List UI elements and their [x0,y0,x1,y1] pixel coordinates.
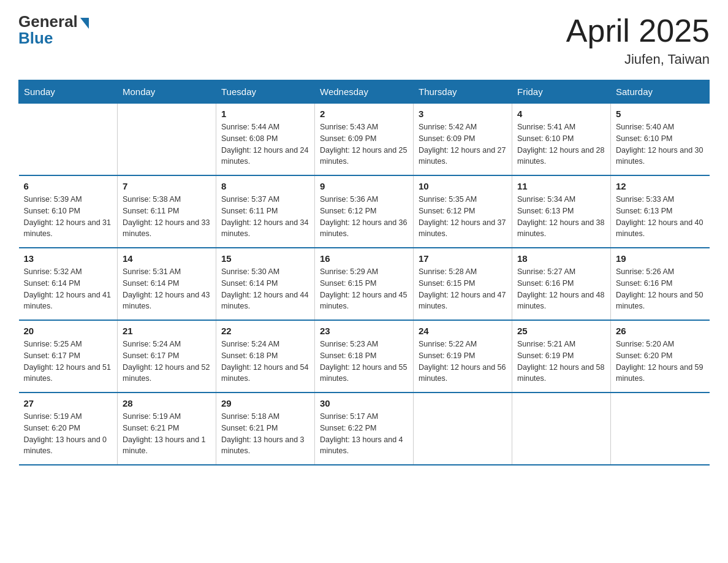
day-number: 9 [320,181,408,191]
day-number: 22 [221,326,309,336]
day-number: 18 [517,253,605,264]
day-info: Sunrise: 5:31 AM Sunset: 6:14 PM Dayligh… [123,266,211,312]
day-info: Sunrise: 5:19 AM Sunset: 6:21 PM Dayligh… [123,411,211,457]
calendar-week-row: 6Sunrise: 5:39 AM Sunset: 6:10 PM Daylig… [19,175,710,248]
calendar-cell: 18Sunrise: 5:27 AM Sunset: 6:16 PM Dayli… [512,248,611,320]
day-info: Sunrise: 5:20 AM Sunset: 6:20 PM Dayligh… [616,339,705,385]
calendar-week-row: 27Sunrise: 5:19 AM Sunset: 6:20 PM Dayli… [19,393,710,465]
day-number: 28 [123,398,211,408]
calendar-cell [19,104,118,176]
day-info: Sunrise: 5:39 AM Sunset: 6:10 PM Dayligh… [24,194,113,240]
calendar-cell: 28Sunrise: 5:19 AM Sunset: 6:21 PM Dayli… [118,393,216,465]
calendar-cell: 23Sunrise: 5:23 AM Sunset: 6:18 PM Dayli… [315,320,414,393]
day-info: Sunrise: 5:21 AM Sunset: 6:19 PM Dayligh… [517,339,605,385]
day-info: Sunrise: 5:34 AM Sunset: 6:13 PM Dayligh… [517,194,605,240]
calendar-cell: 16Sunrise: 5:29 AM Sunset: 6:15 PM Dayli… [315,248,414,320]
calendar-cell: 4Sunrise: 5:41 AM Sunset: 6:10 PM Daylig… [512,104,611,176]
calendar-cell: 3Sunrise: 5:42 AM Sunset: 6:09 PM Daylig… [414,104,512,176]
weekday-row: SundayMondayTuesdayWednesdayThursdayFrid… [19,80,710,104]
day-info: Sunrise: 5:43 AM Sunset: 6:09 PM Dayligh… [320,121,408,167]
calendar-table: SundayMondayTuesdayWednesdayThursdayFrid… [18,80,710,465]
day-info: Sunrise: 5:25 AM Sunset: 6:17 PM Dayligh… [24,339,113,385]
day-number: 7 [123,181,211,191]
day-info: Sunrise: 5:41 AM Sunset: 6:10 PM Dayligh… [517,121,605,167]
calendar-cell: 24Sunrise: 5:22 AM Sunset: 6:19 PM Dayli… [414,320,512,393]
calendar-cell: 22Sunrise: 5:24 AM Sunset: 6:18 PM Dayli… [216,320,315,393]
calendar-cell: 10Sunrise: 5:35 AM Sunset: 6:12 PM Dayli… [414,175,512,248]
page-header: General Blue April 2025 Jiufen, Taiwan [18,12,710,67]
calendar-cell [512,393,611,465]
calendar-cell [118,104,216,176]
day-number: 3 [419,109,507,119]
calendar-cell: 12Sunrise: 5:33 AM Sunset: 6:13 PM Dayli… [611,175,710,248]
day-info: Sunrise: 5:28 AM Sunset: 6:15 PM Dayligh… [419,266,507,312]
day-info: Sunrise: 5:32 AM Sunset: 6:14 PM Dayligh… [24,266,113,312]
day-info: Sunrise: 5:23 AM Sunset: 6:18 PM Dayligh… [320,339,408,385]
calendar-cell: 11Sunrise: 5:34 AM Sunset: 6:13 PM Dayli… [512,175,611,248]
day-number: 26 [616,326,705,336]
calendar-cell: 27Sunrise: 5:19 AM Sunset: 6:20 PM Dayli… [19,393,118,465]
day-info: Sunrise: 5:33 AM Sunset: 6:13 PM Dayligh… [616,194,705,240]
calendar-week-row: 13Sunrise: 5:32 AM Sunset: 6:14 PM Dayli… [19,248,710,320]
day-info: Sunrise: 5:30 AM Sunset: 6:14 PM Dayligh… [221,266,309,312]
day-number: 24 [419,326,507,336]
day-info: Sunrise: 5:24 AM Sunset: 6:17 PM Dayligh… [123,339,211,385]
day-number: 4 [517,109,605,119]
day-info: Sunrise: 5:18 AM Sunset: 6:21 PM Dayligh… [221,411,309,457]
day-number: 6 [24,181,113,191]
title-section: April 2025 Jiufen, Taiwan [566,12,710,67]
day-number: 14 [123,253,211,264]
day-info: Sunrise: 5:26 AM Sunset: 6:16 PM Dayligh… [616,266,705,312]
day-number: 27 [24,398,113,408]
weekday-header: Wednesday [315,80,414,104]
calendar-cell: 13Sunrise: 5:32 AM Sunset: 6:14 PM Dayli… [19,248,118,320]
day-number: 23 [320,326,408,336]
calendar-cell: 1Sunrise: 5:44 AM Sunset: 6:08 PM Daylig… [216,104,315,176]
calendar-cell: 9Sunrise: 5:36 AM Sunset: 6:12 PM Daylig… [315,175,414,248]
calendar-cell [414,393,512,465]
calendar-cell: 8Sunrise: 5:37 AM Sunset: 6:11 PM Daylig… [216,175,315,248]
calendar-cell: 20Sunrise: 5:25 AM Sunset: 6:17 PM Dayli… [19,320,118,393]
weekday-header: Sunday [19,80,118,104]
calendar-cell: 5Sunrise: 5:40 AM Sunset: 6:10 PM Daylig… [611,104,710,176]
day-number: 2 [320,109,408,119]
calendar-week-row: 20Sunrise: 5:25 AM Sunset: 6:17 PM Dayli… [19,320,710,393]
day-number: 10 [419,181,507,191]
day-info: Sunrise: 5:38 AM Sunset: 6:11 PM Dayligh… [123,194,211,240]
calendar-body: 1Sunrise: 5:44 AM Sunset: 6:08 PM Daylig… [19,104,710,465]
month-title: April 2025 [566,12,710,49]
calendar-cell: 25Sunrise: 5:21 AM Sunset: 6:19 PM Dayli… [512,320,611,393]
day-number: 11 [517,181,605,191]
location: Jiufen, Taiwan [566,52,710,67]
day-number: 16 [320,253,408,264]
calendar-cell: 26Sunrise: 5:20 AM Sunset: 6:20 PM Dayli… [611,320,710,393]
day-info: Sunrise: 5:40 AM Sunset: 6:10 PM Dayligh… [616,121,705,167]
calendar-cell: 7Sunrise: 5:38 AM Sunset: 6:11 PM Daylig… [118,175,216,248]
calendar-cell: 2Sunrise: 5:43 AM Sunset: 6:09 PM Daylig… [315,104,414,176]
day-info: Sunrise: 5:35 AM Sunset: 6:12 PM Dayligh… [419,194,507,240]
day-number: 12 [616,181,705,191]
day-number: 29 [221,398,309,408]
logo-blue-text: Blue [18,29,53,48]
logo-arrow-icon [80,18,89,29]
day-info: Sunrise: 5:36 AM Sunset: 6:12 PM Dayligh… [320,194,408,240]
day-info: Sunrise: 5:27 AM Sunset: 6:16 PM Dayligh… [517,266,605,312]
day-info: Sunrise: 5:42 AM Sunset: 6:09 PM Dayligh… [419,121,507,167]
calendar-cell: 21Sunrise: 5:24 AM Sunset: 6:17 PM Dayli… [118,320,216,393]
day-number: 8 [221,181,309,191]
day-info: Sunrise: 5:22 AM Sunset: 6:19 PM Dayligh… [419,339,507,385]
calendar-cell: 17Sunrise: 5:28 AM Sunset: 6:15 PM Dayli… [414,248,512,320]
day-number: 1 [221,109,309,119]
calendar-cell: 19Sunrise: 5:26 AM Sunset: 6:16 PM Dayli… [611,248,710,320]
logo: General Blue [18,12,89,48]
weekday-header: Thursday [414,80,512,104]
calendar-cell: 29Sunrise: 5:18 AM Sunset: 6:21 PM Dayli… [216,393,315,465]
day-number: 30 [320,398,408,408]
day-info: Sunrise: 5:24 AM Sunset: 6:18 PM Dayligh… [221,339,309,385]
calendar-cell: 15Sunrise: 5:30 AM Sunset: 6:14 PM Dayli… [216,248,315,320]
day-number: 13 [24,253,113,264]
weekday-header: Monday [118,80,216,104]
day-number: 21 [123,326,211,336]
weekday-header: Tuesday [216,80,315,104]
day-info: Sunrise: 5:44 AM Sunset: 6:08 PM Dayligh… [221,121,309,167]
